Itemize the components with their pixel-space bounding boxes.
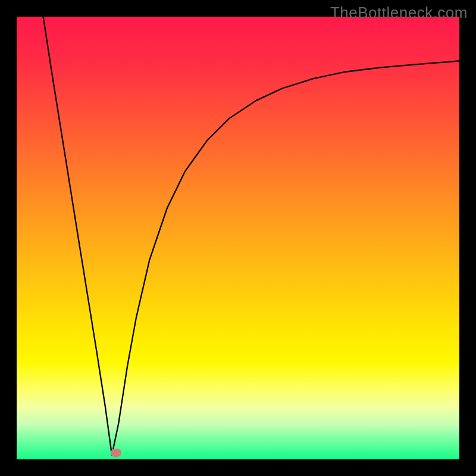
plot-area: [17, 17, 459, 459]
chart-container: TheBottleneck.com: [0, 0, 476, 476]
watermark-text: TheBottleneck.com: [330, 4, 468, 22]
chart-curve: [17, 17, 459, 459]
bottleneck-marker-icon: [111, 449, 121, 457]
